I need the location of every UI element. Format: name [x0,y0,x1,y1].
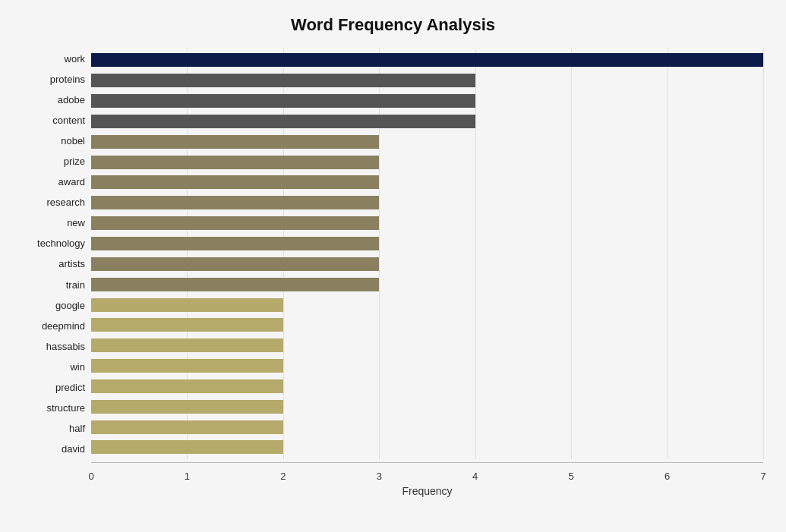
bar-row [91,134,763,150]
y-label: david [62,444,85,454]
x-tick: 4 [472,471,478,482]
y-label: technology [37,238,85,248]
y-label: train [66,280,85,290]
x-tick: 0 [88,471,93,482]
bar [91,400,283,414]
bar [91,216,379,230]
y-label: research [46,197,85,207]
y-labels: workproteinsadobecontentnobelprizeawardr… [23,49,91,459]
y-label: new [67,218,85,228]
y-label: content [52,115,85,125]
bar-row [91,113,763,130]
bar [91,53,763,67]
bar [91,94,475,108]
bar [91,379,283,393]
bar [91,420,283,434]
bar-row [91,297,763,313]
bar-row [91,215,763,231]
bar-row [91,419,763,436]
grid-line [763,49,764,459]
bar-row [91,357,763,374]
y-label: deepmind [42,321,85,331]
bar-row [91,72,763,89]
axis-line [91,462,763,463]
bar [91,318,283,332]
bar-row [91,276,763,293]
x-tick: 6 [664,471,670,482]
y-label: adobe [58,95,85,105]
x-tick: 1 [185,471,190,482]
bar [91,115,475,128]
y-label: prize [64,156,85,166]
y-label: work [65,54,85,64]
bar-row [91,154,763,171]
bar [91,278,379,291]
bar [91,74,475,87]
bar [91,156,379,169]
y-label: nobel [61,136,85,146]
bar-row [91,337,763,354]
y-label: artists [58,259,85,269]
bar [91,359,283,373]
bar [91,196,379,209]
bar-row [91,378,763,395]
y-label: predict [55,382,85,392]
x-axis-label: Frequency [91,485,763,497]
bar [91,440,283,454]
bar-row [91,316,763,333]
bar-row [91,439,763,455]
y-label: proteins [50,74,85,84]
bar-row [91,235,763,252]
bar [91,175,379,189]
bar-row [91,174,763,190]
bar-row [91,256,763,272]
bar [91,298,283,312]
x-tick: 2 [280,471,286,482]
y-label: hassabis [46,342,85,351]
bar [91,257,379,271]
y-label: google [55,301,85,310]
bar-row [91,93,763,109]
bar [91,135,379,149]
bar-row [91,52,763,68]
chart-title: Word Frequency Analysis [23,15,763,35]
bar [91,338,283,352]
plot-area: 01234567 Frequency [91,49,763,459]
y-label: half [69,423,85,433]
y-label: award [58,177,85,187]
bar-row [91,398,763,415]
bar [91,237,379,250]
y-label: win [70,362,85,372]
x-tick: 5 [569,471,574,482]
x-tick: 3 [377,471,382,482]
chart-area: workproteinsadobecontentnobelprizeawardr… [23,49,763,459]
chart-container: Word Frequency Analysis workproteinsadob… [0,0,786,532]
x-tick: 7 [760,471,765,482]
y-label: structure [46,403,85,413]
bar-row [91,194,763,211]
